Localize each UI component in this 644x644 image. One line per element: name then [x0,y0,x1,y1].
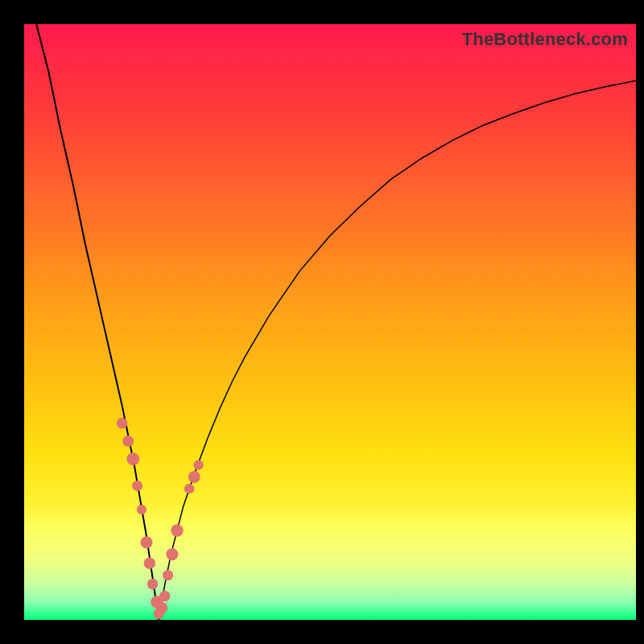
marker-point [122,436,134,447]
marker-point [163,570,173,580]
marker-point [132,481,142,491]
marker-point [117,418,128,429]
marker-point [184,484,194,493]
marker-point [147,579,158,589]
marker-group [117,418,204,619]
chart-frame: TheBottleneck.com [0,0,644,644]
curve-right [159,80,636,620]
marker-point [156,602,168,614]
curve-left [36,24,159,620]
marker-point [137,505,147,514]
marker-point [188,471,200,483]
marker-point [141,536,153,548]
marker-point [193,460,203,469]
marker-point [166,548,178,560]
marker-point [159,591,170,601]
marker-point [144,558,155,569]
marker-point [126,452,139,465]
chart-overlay [24,24,636,620]
plot-area: TheBottleneck.com [24,24,636,620]
marker-point [171,524,183,536]
